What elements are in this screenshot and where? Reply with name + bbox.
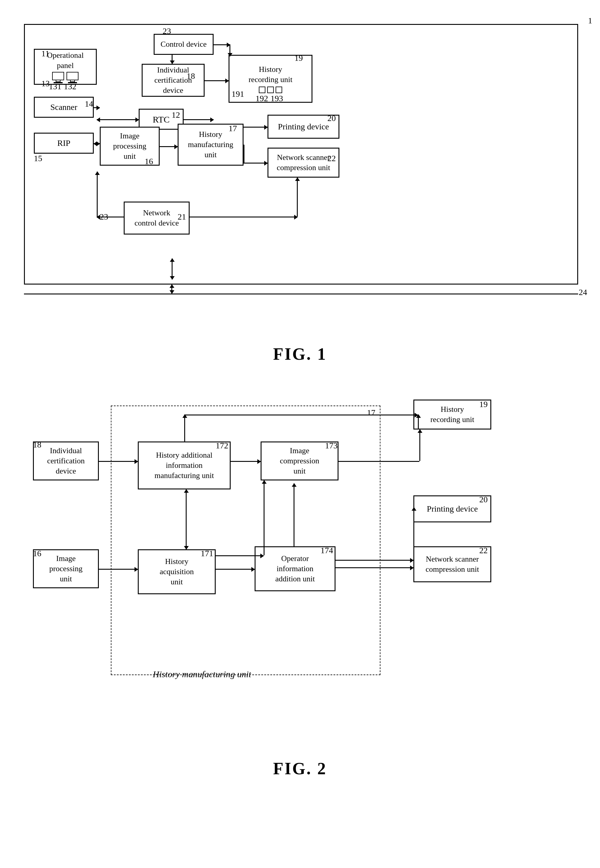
fig2-ref-174: 174 <box>321 546 333 555</box>
fig2-arrow-imgproc-histacq <box>99 569 138 570</box>
fig1-diagram: 1 Control device 23 Individual certifica… <box>24 12 593 326</box>
history-squares <box>259 86 282 93</box>
ref-16: 16 <box>145 157 153 166</box>
sq3 <box>276 86 282 93</box>
fig2-arrow-opinfo-imgcomp <box>294 483 294 546</box>
arrow-ctrl-histrec-v <box>229 44 230 56</box>
ref-191: 191 <box>232 89 244 99</box>
arrow-ctrl-histrec <box>214 44 230 45</box>
arrow-scanner <box>94 107 100 108</box>
fig2-ref-16: 16 <box>33 549 41 558</box>
arrow-down-network <box>171 285 172 294</box>
fig2-arrow-opinfo-print <box>335 560 414 561</box>
arrow-netctrl-right <box>189 217 297 217</box>
ref-23a: 23 <box>163 26 171 36</box>
fig2-arrow-v-to-print <box>414 507 414 560</box>
individual-cert-box: Individual certification device <box>142 64 205 97</box>
fig1-outer-border: 1 Control device 23 Individual certifica… <box>24 24 578 285</box>
fig1-title: FIG. 1 <box>24 344 576 364</box>
control-device-box: Control device <box>154 34 214 55</box>
fig2-ref-19: 19 <box>479 400 488 409</box>
fig2-arrow-histacq-imgcomp2 <box>216 555 264 556</box>
ref-18: 18 <box>186 71 195 81</box>
ref-193: 193 <box>271 94 283 103</box>
fig2-arrow-imgcomp-to-right <box>338 461 420 462</box>
ref-15: 15 <box>34 154 42 163</box>
fig2-arrow-histaddinfo-up <box>184 415 185 441</box>
ref-132: 132 <box>64 82 76 91</box>
ref-22: 22 <box>327 154 336 163</box>
arrow-histmfg-print <box>244 127 268 127</box>
rip-box: RIP <box>34 133 94 154</box>
fig2-ref-172: 172 <box>216 441 228 450</box>
fig2-arrow-histaddinfo-imgcomp <box>231 461 261 462</box>
arrow-left-v <box>97 172 98 217</box>
ref-21: 21 <box>178 212 186 222</box>
arrow-cert-hist <box>205 80 229 81</box>
ref-17: 17 <box>229 124 237 133</box>
fig2-individual-cert-box: Individual certification device <box>33 441 99 480</box>
fig2-arrow-histacq-opinfo <box>216 569 255 570</box>
ref-14: 14 <box>85 99 93 109</box>
fig2-arrow-top-h <box>184 415 418 415</box>
ref-20: 20 <box>327 114 336 123</box>
fig2-ref-22: 22 <box>479 546 488 555</box>
ref-12: 12 <box>172 110 180 120</box>
fig2-arrow-histacq-imgcomp-v <box>264 480 265 555</box>
arrow-histmfg-netscanner <box>244 163 268 164</box>
ref-131: 131 <box>49 82 61 91</box>
fig2-arrow-cert-histaddinfo <box>99 461 138 462</box>
ref-19: 19 <box>294 53 303 63</box>
arrow-imgproc-histmfg <box>160 146 178 147</box>
arrow-rip <box>94 143 100 144</box>
sq1 <box>259 86 265 93</box>
ref-13: 13 <box>41 79 50 88</box>
fig2-image-processing-box: Image processing unit <box>33 549 99 588</box>
fig2-title: FIG. 2 <box>24 759 576 778</box>
fig2-arrow-top-right-v <box>418 415 419 430</box>
fig2-arrow-v-histaddinfo-histacq <box>186 489 186 549</box>
network-line <box>24 294 578 294</box>
fig2-diagram: History manufacturing unit 17 Individual… <box>24 382 593 741</box>
arrow-rtc-hist <box>183 119 214 120</box>
arrow-right-v <box>297 177 298 217</box>
arrow-ctrl-cert <box>172 55 173 64</box>
fig2-ref-173: 173 <box>325 441 338 450</box>
page: 1 Control device 23 Individual certifica… <box>0 0 600 808</box>
ref-1: 1 <box>588 16 592 26</box>
history-mfg-label: History manufacturing unit <box>153 669 251 679</box>
sq2 <box>267 86 274 93</box>
arrow-rtc-left <box>97 119 139 120</box>
arrow-netctrl-left <box>97 217 124 217</box>
arrow-main-v-bottom <box>172 259 173 279</box>
fig2-arrow-to-histrec <box>420 430 420 461</box>
ref-24: 24 <box>579 288 587 297</box>
fig2-ref-17: 17 <box>367 408 375 418</box>
fig2-ref-18: 18 <box>33 440 41 450</box>
arrow-v-connector <box>244 145 244 163</box>
fig2-ref-171: 171 <box>201 549 213 558</box>
ref-192: 192 <box>256 94 268 103</box>
ref-11: 11 <box>41 49 49 58</box>
fig2-arrow-opinfo-netscanner <box>335 567 414 568</box>
fig2-ref-20: 20 <box>479 495 488 504</box>
